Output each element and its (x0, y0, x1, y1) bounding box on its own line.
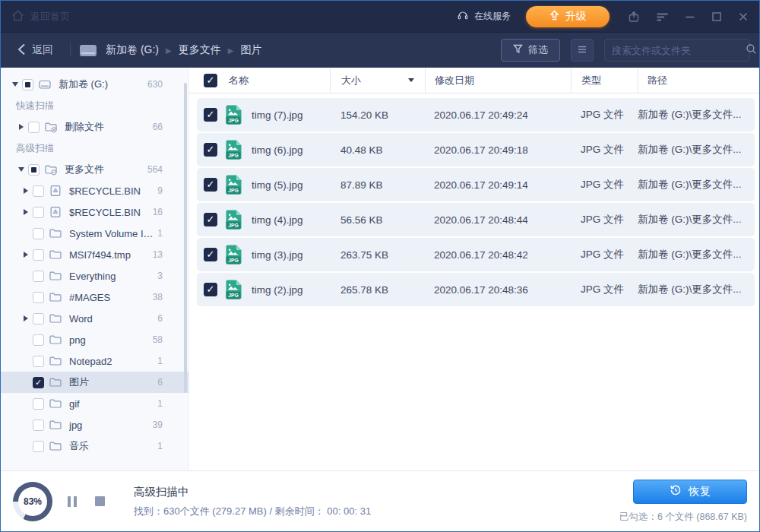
row-checkbox[interactable] (204, 108, 217, 122)
tree-count: 39 (153, 420, 163, 430)
tree-checkbox[interactable] (28, 122, 40, 133)
table-row[interactable]: JPG timg (5).jpg 87.89 KB 2020.06.17 20:… (197, 168, 755, 201)
tree-checkbox[interactable] (28, 164, 40, 176)
tree-label: Word (69, 313, 93, 325)
tree-checkbox[interactable] (33, 249, 44, 261)
tree-checkbox[interactable] (33, 420, 44, 431)
file-path: 新加卷 (G:)\更多文件... (638, 213, 755, 226)
svg-text:JPG: JPG (228, 188, 239, 193)
breadcrumb-drive[interactable]: 新加卷 (G:) (106, 43, 159, 57)
expand-arrow-icon[interactable] (16, 167, 27, 172)
online-service-button[interactable]: 在线服务 (457, 9, 511, 24)
headset-icon (457, 9, 469, 24)
sidebar-tree-item[interactable]: Notepad2 1 (1, 350, 188, 372)
sidebar-tree-item[interactable]: Word 6 (1, 308, 188, 329)
sidebar-tree-item[interactable]: 删除文件 66 (1, 116, 188, 138)
column-size[interactable]: 大小 (330, 68, 425, 93)
tree-checkbox[interactable] (33, 185, 44, 197)
row-checkbox[interactable] (204, 248, 217, 261)
sidebar-tree-item[interactable]: 音乐 1 (1, 435, 188, 457)
expand-arrow-icon[interactable] (21, 315, 31, 321)
upgrade-button[interactable]: 升级 (526, 6, 610, 27)
recover-button[interactable]: 恢复 (633, 480, 747, 504)
table-row[interactable]: JPG timg (7).jpg 154.20 KB 2020.06.17 20… (197, 98, 755, 131)
tree-checkbox[interactable] (33, 398, 44, 410)
table-row[interactable]: JPG timg (3).jpg 263.75 KB 2020.06.17 20… (197, 238, 755, 271)
tree-checkbox[interactable] (33, 356, 44, 367)
sidebar-tree: 新加卷 (G:) 630 快速扫描 删除文件 66 高级扫描 更多文件 564 … (1, 74, 188, 457)
tree-checkbox[interactable] (33, 377, 44, 388)
svg-text:JPG: JPG (228, 223, 239, 228)
expand-arrow-icon[interactable] (16, 124, 27, 130)
expand-arrow-icon[interactable] (21, 252, 31, 258)
tree-checkbox[interactable] (33, 228, 44, 239)
tree-checkbox[interactable] (33, 441, 44, 452)
row-checkbox[interactable] (204, 283, 217, 296)
content: 新加卷 (G:) 630 快速扫描 删除文件 66 高级扫描 更多文件 564 … (1, 68, 759, 470)
close-icon[interactable] (738, 11, 749, 22)
column-name[interactable]: 名称 (189, 68, 330, 93)
tree-checkbox[interactable] (33, 313, 44, 325)
share-icon[interactable] (628, 11, 640, 23)
breadcrumb-current[interactable]: 图片 (240, 43, 261, 57)
select-all-checkbox[interactable] (204, 74, 217, 87)
file-name: timg (3).jpg (252, 249, 303, 261)
sidebar-tree-item[interactable]: MSI7f494.tmp 13 (1, 244, 188, 265)
expand-arrow-icon[interactable] (21, 188, 31, 194)
tree-checkbox[interactable] (33, 271, 44, 282)
breadcrumb-folder[interactable]: 更多文件 (179, 43, 221, 57)
tree-count: 58 (153, 334, 163, 345)
sidebar-tree-item[interactable]: 新加卷 (G:) 630 (1, 74, 188, 95)
search-icon[interactable] (746, 43, 757, 58)
back-button[interactable]: 返回 (10, 43, 61, 58)
folder-icon (49, 418, 64, 432)
tree-count: 6 (157, 313, 163, 324)
column-path[interactable]: 路径 (638, 68, 759, 93)
sidebar-tree-item[interactable]: gif 1 (1, 393, 188, 414)
file-type: JPG 文件 (571, 143, 638, 157)
file-name: timg (2).jpg (252, 284, 303, 296)
sidebar-scrollbar[interactable] (184, 83, 187, 393)
tree-label: 删除文件 (65, 120, 104, 134)
sidebar-tree-item[interactable]: png 58 (1, 329, 188, 350)
view-mode-button[interactable] (571, 39, 594, 62)
table-row[interactable]: JPG timg (4).jpg 56.56 KB 2020.06.17 20:… (197, 203, 755, 236)
table-row[interactable]: JPG timg (6).jpg 40.48 KB 2020.06.17 20:… (197, 133, 755, 166)
column-date[interactable]: 修改日期 (425, 68, 571, 93)
pause-button[interactable] (68, 496, 77, 507)
home-button[interactable]: 返回首页 (11, 9, 70, 24)
menu-icon[interactable] (656, 11, 669, 22)
row-checkbox[interactable] (204, 143, 217, 157)
sidebar-tree-item[interactable]: #MAGES 38 (1, 287, 188, 308)
table-row[interactable]: JPG timg (2).jpg 265.78 KB 2020.06.17 20… (197, 273, 755, 306)
sidebar-tree-item[interactable]: 图片 6 (1, 372, 188, 393)
column-size-label: 大小 (341, 74, 361, 87)
sidebar: 新加卷 (G:) 630 快速扫描 删除文件 66 高级扫描 更多文件 564 … (1, 68, 189, 470)
search-input[interactable] (612, 45, 746, 56)
column-type[interactable]: 类型 (571, 68, 638, 93)
tree-checkbox[interactable] (33, 334, 44, 346)
chevron-left-icon (17, 43, 26, 58)
tree-checkbox[interactable] (33, 207, 44, 218)
folder-icon (49, 333, 64, 347)
expand-arrow-icon[interactable] (10, 82, 21, 87)
sidebar-tree-item[interactable]: Everything 3 (1, 265, 188, 287)
scan-status-title: 高级扫描中 (134, 485, 371, 499)
maximize-icon[interactable] (711, 11, 722, 22)
tree-checkbox[interactable] (22, 79, 33, 90)
file-date: 2020.06.17 20:49:18 (425, 144, 571, 156)
filter-button[interactable]: 筛选 (501, 39, 560, 62)
minimize-icon[interactable] (685, 11, 695, 22)
sidebar-tree-item[interactable]: System Volume Inf... 1 (1, 223, 188, 244)
row-checkbox[interactable] (204, 178, 217, 192)
sidebar-tree-item[interactable]: 更多文件 564 (1, 159, 188, 180)
tree-checkbox[interactable] (33, 292, 44, 303)
sidebar-section-header: 快速扫描 (1, 95, 188, 116)
sidebar-tree-item[interactable]: $RECYCLE.BIN 9 (1, 180, 188, 201)
expand-arrow-icon[interactable] (21, 209, 31, 215)
stop-button[interactable] (95, 496, 105, 506)
sidebar-tree-item[interactable]: $RECYCLE.BIN 16 (1, 201, 188, 223)
sidebar-tree-item[interactable]: jpg 39 (1, 414, 188, 435)
file-path: 新加卷 (G:)\更多文件... (638, 248, 755, 261)
row-checkbox[interactable] (204, 213, 217, 226)
